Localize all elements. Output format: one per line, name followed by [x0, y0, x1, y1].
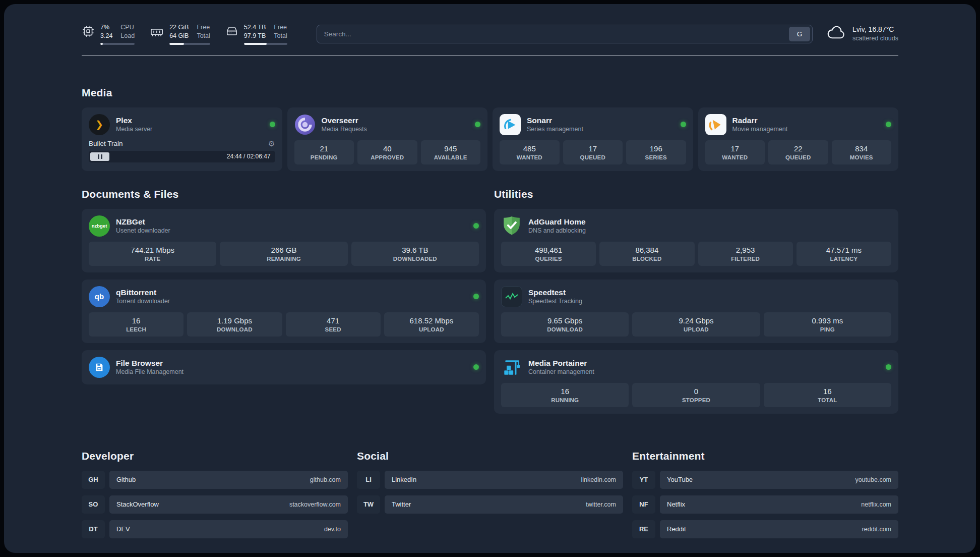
stat-tile: 9.65 Gbps DOWNLOAD — [501, 312, 629, 337]
disk-label-1: Free — [274, 23, 287, 32]
app-name: NZBGet — [116, 217, 170, 227]
stat-tile: 945 AVAILABLE — [421, 140, 481, 164]
bookmark-link-netflix[interactable]: Netflix netflix.com — [660, 495, 898, 514]
search-engine-button[interactable]: G — [789, 27, 810, 41]
player-progress-bar[interactable]: 24:44 / 02:06:47 — [89, 151, 275, 162]
status-dot — [681, 122, 686, 127]
app-subtitle: Series management — [527, 126, 583, 134]
app-subtitle: Speedtest Tracking — [528, 298, 582, 306]
qbittorrent-icon: qb — [89, 286, 110, 307]
status-dot — [886, 122, 891, 127]
weather-widget: Lviv, 16.87°C scattered clouds — [827, 25, 898, 43]
cpu-progress-bar — [100, 43, 135, 45]
bookmark-abbr: NF — [632, 495, 655, 514]
search-bar[interactable]: G — [317, 25, 813, 43]
ram-label-1: Free — [197, 23, 210, 32]
app-card-radarr[interactable]: Radarr Movie management 17 WANTED 22 QUE… — [698, 107, 899, 171]
cloud-icon — [827, 25, 846, 42]
app-name: Radarr — [732, 116, 788, 125]
overseerr-icon — [294, 114, 316, 135]
app-name: Overseerr — [322, 116, 367, 125]
topbar: 7% 3.24 CPU Load — [82, 23, 898, 45]
app-card-speedtest[interactable]: Speedtest Speedtest Tracking 9.65 Gbps D… — [494, 280, 898, 343]
section-documents: Documents & Files nzbget NZBGet Usenet d… — [82, 188, 486, 414]
bookmark-row: RE Reddit reddit.com — [632, 520, 898, 538]
app-card-filebrowser[interactable]: File Browser Media File Management — [82, 350, 486, 384]
bookmark-abbr: TW — [357, 495, 380, 514]
search-input[interactable] — [324, 30, 789, 38]
bookmark-link-stackoverflow[interactable]: StackOverflow stackoverflow.com — [109, 495, 348, 514]
disk-progress-bar — [244, 43, 287, 45]
app-card-qbittorrent[interactable]: qb qBittorrent Torrent downloader 16 LEE… — [82, 280, 486, 343]
sonarr-icon — [500, 114, 521, 135]
status-dot — [886, 364, 891, 370]
section-title-documents: Documents & Files — [82, 188, 486, 200]
bookmark-row: SO StackOverflow stackoverflow.com — [82, 495, 348, 514]
disk-icon — [225, 23, 238, 38]
stat-tile: 16 LEECH — [89, 312, 183, 337]
bookmark-abbr: SO — [82, 495, 105, 514]
bookmark-row: YT YouTube youtube.com — [632, 471, 898, 489]
stat-tile: 47.571 ms LATENCY — [797, 242, 891, 266]
app-name: Media Portainer — [528, 358, 594, 368]
disk-monitor: 52.4 TB 97.9 TB Free Total — [225, 23, 287, 45]
cpu-usage-value: 7% — [100, 23, 112, 32]
status-dot — [473, 223, 479, 229]
radarr-icon — [705, 114, 726, 135]
stat-tile: 0 STOPPED — [632, 383, 760, 407]
now-playing-title: Bullet Train — [89, 140, 123, 147]
disk-total-value: 97.9 TB — [244, 32, 266, 40]
app-card-adguard[interactable]: AdGuard Home DNS and adblocking 498,461 … — [494, 209, 898, 272]
ram-monitor: 22 GiB 64 GiB Free Total — [150, 23, 210, 45]
filebrowser-icon — [89, 357, 110, 378]
pause-button[interactable] — [90, 152, 109, 161]
disk-label-2: Total — [274, 32, 287, 40]
section-developer: Developer GH Github github.com SO StackO… — [82, 450, 348, 538]
stat-tile: 17 QUEUED — [563, 140, 623, 164]
app-subtitle: Media server — [116, 126, 152, 134]
bookmark-row: NF Netflix netflix.com — [632, 495, 898, 514]
stat-tile: 16 RUNNING — [501, 383, 629, 407]
app-card-overseerr[interactable]: Overseerr Media Requests 21 PENDING 40 A… — [287, 107, 488, 171]
app-card-plex[interactable]: ❯ Plex Media server Bullet Train ⚙ 24:44 — [82, 107, 282, 171]
section-title-developer: Developer — [82, 450, 348, 462]
app-card-nzbget[interactable]: nzbget NZBGet Usenet downloader 744.21 M… — [82, 209, 486, 272]
stat-tile: 9.24 Gbps UPLOAD — [632, 312, 760, 337]
bookmark-link-youtube[interactable]: YouTube youtube.com — [660, 471, 898, 489]
nzbget-icon: nzbget — [89, 215, 110, 237]
section-media: Media ❯ Plex Media server Bullet Train — [82, 87, 898, 171]
bookmark-link-reddit[interactable]: Reddit reddit.com — [660, 520, 898, 538]
bookmark-link-linkedin[interactable]: LinkedIn linkedin.com — [385, 471, 623, 489]
section-utilities: Utilities — [494, 188, 898, 414]
stat-tile: 485 WANTED — [500, 140, 560, 164]
status-dot — [473, 364, 479, 370]
stat-tile: 498,461 QUERIES — [501, 242, 596, 266]
app-subtitle: Container management — [528, 368, 594, 376]
stat-tile: 86,384 BLOCKED — [599, 242, 694, 266]
stat-tile: 0.993 ms PING — [764, 312, 891, 337]
bookmark-link-dev[interactable]: DEV dev.to — [109, 520, 348, 538]
adguard-icon — [501, 215, 522, 237]
gear-icon[interactable]: ⚙ — [268, 139, 275, 148]
app-card-sonarr[interactable]: Sonarr Series management 485 WANTED 17 Q… — [493, 107, 693, 171]
speedtest-icon — [501, 286, 522, 307]
app-card-portainer[interactable]: Media Portainer Container management 16 … — [494, 350, 898, 414]
plex-icon: ❯ — [89, 114, 110, 135]
bookmark-link-github[interactable]: Github github.com — [109, 471, 348, 489]
app-subtitle: Media Requests — [322, 126, 367, 134]
weather-location: Lviv, 16.87°C — [852, 25, 898, 35]
status-dot — [475, 122, 480, 127]
cpu-monitor: 7% 3.24 CPU Load — [82, 23, 135, 45]
app-name: Speedtest — [528, 288, 582, 297]
bookmark-abbr: LI — [357, 471, 380, 489]
app-name: AdGuard Home — [528, 217, 586, 227]
ram-free-value: 22 GiB — [169, 23, 189, 32]
section-title-entertainment: Entertainment — [632, 450, 898, 462]
app-subtitle: Media File Management — [116, 368, 183, 376]
bookmark-row: TW Twitter twitter.com — [357, 495, 623, 514]
status-dot — [270, 122, 275, 127]
bookmark-link-twitter[interactable]: Twitter twitter.com — [385, 495, 623, 514]
dashboard: 7% 3.24 CPU Load — [4, 4, 976, 553]
portainer-icon — [501, 357, 522, 378]
section-social: Social LI LinkedIn linkedin.com TW Twitt… — [357, 450, 623, 538]
